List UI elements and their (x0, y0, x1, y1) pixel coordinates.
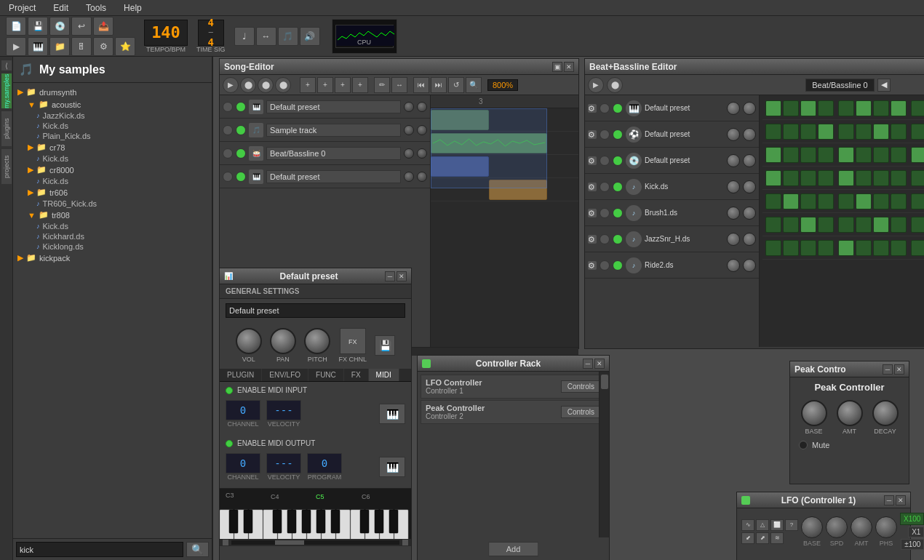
track1-pan-knob[interactable] (417, 102, 427, 112)
beat-knob2-vol[interactable] (727, 128, 740, 141)
fx-chnl-btn[interactable]: FX (340, 328, 366, 354)
beat-btn-1-7[interactable] (891, 124, 907, 140)
beat-btn-6-8[interactable] (911, 240, 924, 256)
song-stop-button[interactable]: ⬤ (240, 77, 256, 93)
beat-active7[interactable] (613, 260, 623, 271)
time-sig-display[interactable]: 4 ─ 4 (198, 20, 224, 46)
beat-btn-5-6[interactable] (873, 217, 889, 233)
folder-drumsynth[interactable]: ▶ 📁 drumsynth (16, 86, 209, 98)
beat-btn-6-2[interactable] (800, 240, 816, 256)
beat-btn-3-3[interactable] (818, 170, 834, 186)
lfo-amt-knob[interactable] (851, 516, 872, 538)
midi-output-velocity[interactable]: --- (266, 453, 301, 473)
beat-btn-1-2[interactable] (800, 124, 816, 140)
beat-wrench5[interactable]: ⚙ (588, 209, 597, 217)
file-cr78kick[interactable]: ♪ Kick.ds (16, 153, 209, 164)
song-loop-button[interactable]: ↺ (448, 77, 464, 93)
file-tr606kick[interactable]: ♪ TR606_Kick.ds (16, 199, 209, 209)
file-plainkick[interactable]: ♪ Plain_Kick.ds (16, 131, 209, 141)
piano-button[interactable]: 🎹 (28, 37, 48, 56)
save-preset-btn[interactable]: 💾 (375, 335, 395, 356)
song-add-button[interactable]: + (300, 77, 316, 93)
beat-mute4[interactable] (600, 182, 610, 192)
beat-btn-3-2[interactable] (800, 170, 816, 186)
beat-btn-5-2[interactable] (800, 217, 816, 233)
midi-output-channel[interactable]: 0 (226, 453, 260, 473)
track4-pan-knob[interactable] (417, 172, 427, 182)
clip-4[interactable] (489, 180, 547, 200)
beat-btn-2-3[interactable] (818, 147, 834, 163)
mixer-button[interactable]: 🎚 (71, 37, 92, 56)
peak-base-knob[interactable] (801, 400, 827, 426)
beat-btn-1-5[interactable] (856, 124, 872, 140)
file-cr8000kick[interactable]: ♪ Kick.ds (16, 176, 209, 186)
beat-btn-4-1[interactable] (783, 193, 799, 209)
beat-btn-5-0[interactable] (765, 217, 781, 233)
beat-active3[interactable] (613, 156, 623, 166)
beat-knob3-vol[interactable] (727, 154, 740, 167)
record-button[interactable]: ⭐ (115, 37, 135, 56)
menu-help[interactable]: Help (121, 1, 145, 15)
beat-mute7[interactable] (600, 260, 610, 271)
tab-func[interactable]: FUNC (308, 369, 344, 381)
lfo-phs-knob[interactable] (875, 516, 897, 538)
beat-btn-3-7[interactable] (891, 170, 907, 186)
beat-btn-6-3[interactable] (818, 240, 834, 256)
midi-input-velocity[interactable]: --- (266, 400, 301, 420)
file-tr808kick[interactable]: ♪ Kick.ds (16, 221, 209, 231)
lfo-shape-tri[interactable]: △ (756, 519, 769, 531)
lfo-x100-display[interactable]: X100 (900, 513, 924, 525)
tab-midi[interactable]: MIDI (369, 369, 399, 381)
menu-tools[interactable]: Tools (83, 1, 109, 15)
rack-close[interactable]: ✕ (594, 359, 605, 369)
beat-play-button[interactable]: ▶ (588, 77, 604, 93)
peak-close[interactable]: ✕ (894, 364, 904, 375)
beat-btn-1-1[interactable] (783, 124, 799, 140)
rack-minimize[interactable]: ─ (583, 359, 593, 369)
piano-scrollbar[interactable] (220, 539, 411, 546)
save-button[interactable]: 💿 (49, 17, 70, 36)
beat-btn-1-3[interactable] (818, 124, 834, 140)
tab-plugin[interactable]: PLUGIN (220, 369, 262, 381)
track4-vol-knob[interactable] (404, 172, 414, 182)
vol-knob[interactable] (236, 328, 262, 354)
beat-btn-0-5[interactable] (856, 100, 872, 116)
song-add2-button[interactable]: + (317, 77, 333, 93)
vtab-projects[interactable]: projects (1, 148, 12, 185)
beat-btn-2-1[interactable] (783, 147, 799, 163)
beat-stop-button[interactable]: ⬤ (607, 77, 623, 93)
track2-active-btn[interactable] (236, 125, 246, 135)
beat-btn-4-3[interactable] (818, 193, 834, 209)
beat-mute1[interactable] (600, 103, 610, 113)
beat-btn-6-7[interactable] (891, 240, 907, 256)
beat-active1[interactable] (613, 103, 623, 113)
beat-btn-3-6[interactable] (873, 170, 889, 186)
lfo-minimize[interactable]: ─ (884, 495, 894, 505)
beat-btn-2-0[interactable] (765, 147, 781, 163)
lfo-shape-rsaw[interactable]: ⬈ (756, 532, 769, 544)
tab-envlfo[interactable]: ENV/LFO (262, 369, 308, 381)
song-zoom-button[interactable]: 🔍 (466, 77, 482, 93)
beat-knob1-vol[interactable] (727, 102, 740, 115)
song-pencil-button[interactable]: ✏ (374, 77, 390, 93)
beat-btn-2-4[interactable] (838, 147, 854, 163)
beat-btn-6-1[interactable] (783, 240, 799, 256)
lfo-spd-knob[interactable] (826, 516, 848, 538)
beat-btn-0-0[interactable] (765, 100, 781, 116)
track2-vol-knob[interactable] (404, 125, 414, 135)
lfo-x1-display[interactable]: X1 (908, 527, 924, 537)
midi-output-program[interactable]: 0 (307, 453, 342, 473)
beat-btn-3-5[interactable] (856, 170, 872, 186)
track1-mute-btn[interactable] (223, 102, 233, 112)
clip-2[interactable] (431, 133, 547, 153)
beat-wrench2[interactable]: ⚙ (588, 130, 597, 139)
folder-cr8000[interactable]: ▶ 📁 cr8000 (16, 164, 209, 176)
song-add4-button[interactable]: + (352, 77, 368, 93)
clip-1[interactable] (431, 110, 489, 130)
midi-input-led[interactable] (226, 387, 233, 394)
beat-btn-4-4[interactable] (838, 193, 854, 209)
peak-amt-knob[interactable] (837, 400, 863, 426)
song-add3-button[interactable]: + (335, 77, 351, 93)
beat-mute6[interactable] (600, 234, 610, 244)
beat-btn-3-0[interactable] (765, 170, 781, 186)
